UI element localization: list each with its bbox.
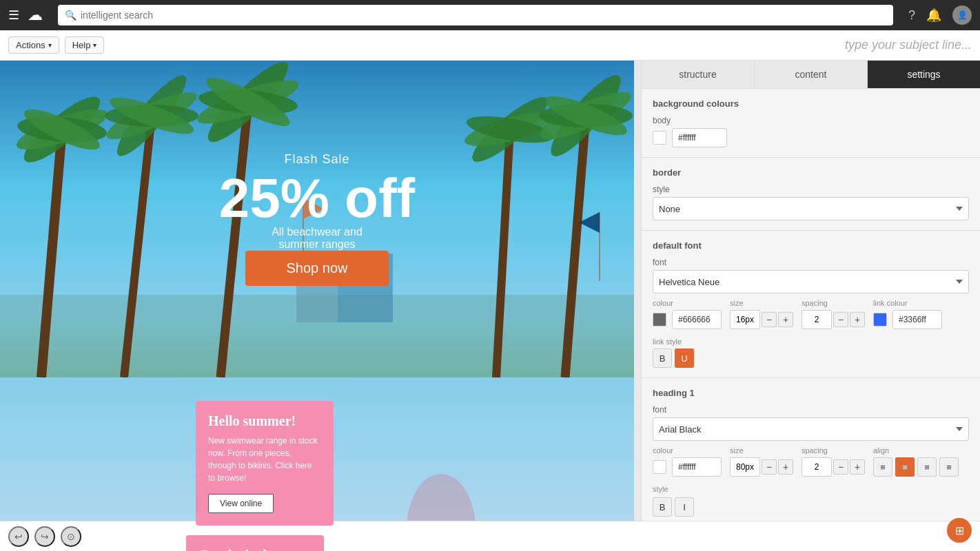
canvas-area[interactable]: Flash Sale 25% off All beachwear and sum…	[0, 61, 641, 551]
help-button[interactable]: Help ▾	[65, 37, 105, 54]
shop-now-button[interactable]: Shop now	[245, 251, 389, 286]
app-logo[interactable]: ☁	[28, 6, 43, 24]
body-label: body	[653, 116, 969, 125]
h1-spacing-label: spacing	[802, 446, 865, 455]
align-center-button[interactable]: ≡	[895, 457, 915, 477]
border-style-label: style	[653, 185, 969, 194]
h1-italic-button[interactable]: I	[675, 497, 694, 517]
hero-percent: 25% off	[219, 171, 416, 226]
bottom-bar: ↩ ↪ ⊙	[0, 521, 980, 551]
size-label: size	[730, 299, 793, 307]
h1-spacing-increment[interactable]: +	[850, 459, 865, 475]
actions-button[interactable]: Actions ▾	[8, 37, 59, 54]
colour-label: colour	[653, 299, 722, 307]
link-style-group: link style B U	[653, 337, 694, 368]
colour-group: colour	[653, 299, 722, 329]
redo-button[interactable]: ↪	[34, 526, 55, 547]
bottom-right-action-button[interactable]: ⊞	[947, 518, 972, 543]
flash-sale-label: Flash Sale	[219, 152, 416, 167]
font-select-wrapper: Helvetica Neue Arial Georgia	[653, 270, 969, 293]
top-navigation: ☰ ☁ 🔍 ? 🔔 👤	[0, 0, 980, 30]
h1-color-swatch[interactable]	[653, 460, 666, 474]
border-section: border style None Solid Dashed Dotted	[642, 158, 980, 231]
align-left-button[interactable]: ≡	[873, 457, 892, 477]
link-color-input[interactable]	[892, 310, 942, 329]
h1-colour-group: colour	[653, 446, 722, 477]
unknown-button[interactable]: ⊙	[61, 526, 81, 547]
get-the-look-card[interactable]: Get the look New swimwear range in stock…	[186, 535, 324, 551]
spacing-increment[interactable]: +	[850, 312, 865, 327]
align-justify-button[interactable]: ≡	[939, 457, 959, 477]
h1-font-select[interactable]: Arial Black Arial Helvetica Neue	[653, 417, 969, 441]
h1-bold-button[interactable]: B	[653, 497, 672, 517]
h1-spacing-decrement[interactable]: −	[833, 459, 848, 475]
h1-size-label: size	[730, 446, 793, 455]
help-icon[interactable]: ?	[908, 8, 915, 23]
size-input[interactable]	[730, 310, 760, 329]
settings-panel: structure content settings background co…	[641, 61, 980, 551]
h1-font-label: font	[653, 405, 969, 415]
align-right-button[interactable]: ≡	[917, 457, 937, 477]
h1-color-input[interactable]	[672, 457, 722, 477]
h1-align-label: align	[873, 446, 959, 455]
panel-tabs: structure content settings	[642, 61, 980, 89]
font-color-input[interactable]	[672, 310, 722, 329]
search-input[interactable]	[81, 10, 886, 21]
body-color-swatch[interactable]	[653, 131, 666, 145]
undo-button[interactable]: ↩	[8, 526, 29, 547]
background-colours-section: background colours body	[642, 89, 980, 158]
h1-size-increment[interactable]: +	[778, 459, 793, 475]
hello-summer-card[interactable]: Hello summer! New swimwear range in stoc…	[196, 401, 334, 526]
chevron-down-icon: ▾	[48, 41, 52, 49]
underline-button[interactable]: U	[675, 349, 694, 368]
tab-content[interactable]: content	[755, 61, 868, 88]
body-color-row	[653, 128, 969, 147]
hero-section[interactable]: Flash Sale 25% off All beachwear and sum…	[0, 61, 634, 377]
border-style-select-wrapper: None Solid Dashed Dotted	[653, 197, 969, 220]
notification-icon[interactable]: 🔔	[926, 8, 941, 23]
h1-spacing-input[interactable]	[802, 457, 832, 477]
hamburger-menu[interactable]: ☰	[8, 8, 19, 23]
h1-font-select-wrapper: Arial Black Arial Helvetica Neue	[653, 417, 969, 441]
h1-size-input[interactable]	[730, 457, 760, 477]
default-font-title: default font	[653, 240, 969, 251]
border-title: border	[653, 167, 969, 178]
heading1-title: heading 1	[653, 388, 969, 398]
action-bar: Actions ▾ Help ▾ type your subject line.…	[0, 30, 980, 61]
h1-controls-row: colour size − + spa	[653, 446, 969, 477]
size-group: size − +	[730, 299, 793, 329]
search-icon: 🔍	[65, 10, 76, 21]
font-select[interactable]: Helvetica Neue Arial Georgia	[653, 270, 969, 293]
hero-content: Flash Sale 25% off All beachwear and sum…	[219, 152, 416, 286]
subject-line-input[interactable]: type your subject line...	[845, 38, 972, 52]
spacing-input[interactable]	[802, 310, 832, 329]
font-color-swatch[interactable]	[653, 313, 666, 326]
size-increment[interactable]: +	[778, 312, 793, 327]
font-label: font	[653, 258, 969, 267]
spacing-group: spacing − +	[802, 299, 865, 329]
avatar[interactable]: 👤	[952, 6, 972, 25]
actions-label: Actions	[16, 40, 45, 50]
card1-body: New swimwear range in stock now. From on…	[208, 435, 321, 484]
hero-subtitle: All beachwear and summer ranges	[219, 226, 416, 251]
border-style-select[interactable]: None Solid Dashed Dotted	[653, 197, 969, 220]
size-decrement[interactable]: −	[762, 312, 777, 327]
h1-align-group: align ≡ ≡ ≡ ≡	[873, 446, 959, 477]
tab-structure[interactable]: structure	[642, 61, 755, 88]
bold-button[interactable]: B	[653, 349, 672, 368]
body-color-input[interactable]	[672, 128, 727, 147]
card1-heading: Hello summer!	[208, 413, 321, 429]
view-online-button[interactable]: View online	[208, 494, 274, 513]
chevron-down-icon: ▾	[93, 41, 96, 49]
h1-spacing-group: spacing − +	[802, 446, 865, 477]
tab-settings[interactable]: settings	[868, 61, 980, 88]
link-style-label: link style	[653, 337, 694, 346]
main-layout: Flash Sale 25% off All beachwear and sum…	[0, 61, 980, 551]
h1-size-group: size − +	[730, 446, 793, 477]
search-bar: 🔍	[58, 5, 893, 25]
spacing-decrement[interactable]: −	[833, 312, 848, 327]
h1-size-decrement[interactable]: −	[762, 459, 777, 475]
help-label: Help	[72, 40, 91, 50]
h1-style-row: style B I	[653, 482, 969, 517]
link-color-swatch[interactable]	[873, 313, 887, 326]
